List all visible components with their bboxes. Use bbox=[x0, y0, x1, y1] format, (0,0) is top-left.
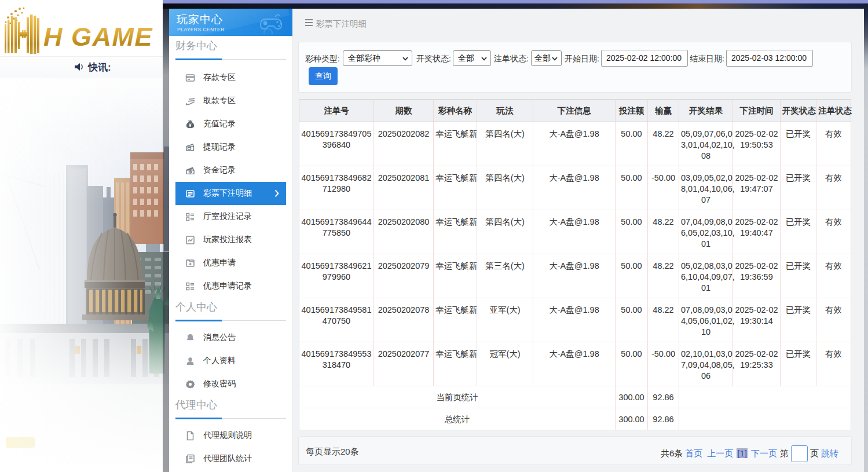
svg-text:H GAME: H GAME bbox=[43, 22, 153, 52]
